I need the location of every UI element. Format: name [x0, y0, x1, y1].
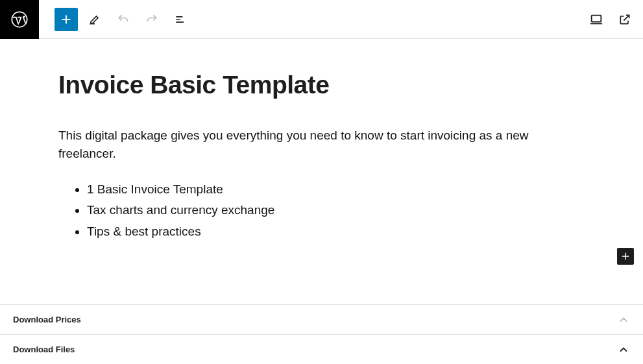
plus-icon	[620, 250, 631, 262]
svg-point-0	[12, 12, 27, 27]
panel-download-files[interactable]: Download Files	[0, 334, 643, 364]
edit-button[interactable]	[83, 8, 106, 31]
view-external-button[interactable]	[613, 8, 637, 31]
plus-icon	[59, 12, 73, 27]
panel-download-prices[interactable]: Download Prices	[0, 304, 643, 334]
add-block-button[interactable]	[55, 8, 78, 31]
post-title[interactable]: Invoice Basic Template	[58, 70, 585, 101]
redo-icon	[145, 13, 158, 26]
laptop-icon	[589, 12, 603, 27]
outline-icon	[174, 13, 187, 26]
list-item[interactable]: Tax charts and currency exchange	[87, 201, 585, 220]
svg-rect-1	[592, 15, 601, 21]
undo-button[interactable]	[112, 8, 135, 31]
meta-panels: Download Prices Download Files	[0, 304, 643, 364]
editor-content[interactable]: Invoice Basic Template This digital pack…	[0, 39, 643, 241]
post-intro[interactable]: This digital package gives you everythin…	[58, 127, 585, 164]
preview-desktop-button[interactable]	[585, 8, 608, 31]
wordpress-logo[interactable]	[0, 0, 39, 39]
undo-icon	[117, 13, 130, 26]
panel-label: Download Prices	[13, 315, 81, 324]
redo-button[interactable]	[140, 8, 164, 31]
list-item[interactable]: Tips & best practices	[87, 223, 585, 241]
toolbar-right-group	[585, 8, 643, 31]
post-bullet-list[interactable]: 1 Basic Invoice Template Tax charts and …	[87, 180, 585, 241]
wordpress-icon	[10, 10, 29, 29]
add-block-inline-button[interactable]	[617, 248, 634, 265]
document-outline-button[interactable]	[169, 8, 192, 31]
toolbar-left-group	[55, 8, 192, 31]
external-link-icon	[618, 13, 631, 26]
list-item[interactable]: 1 Basic Invoice Template	[87, 180, 585, 199]
panel-label: Download Files	[13, 345, 75, 354]
chevron-up-icon	[617, 343, 630, 356]
chevron-up-icon	[617, 313, 630, 326]
pencil-icon	[88, 13, 101, 26]
editor-top-toolbar	[0, 0, 643, 39]
